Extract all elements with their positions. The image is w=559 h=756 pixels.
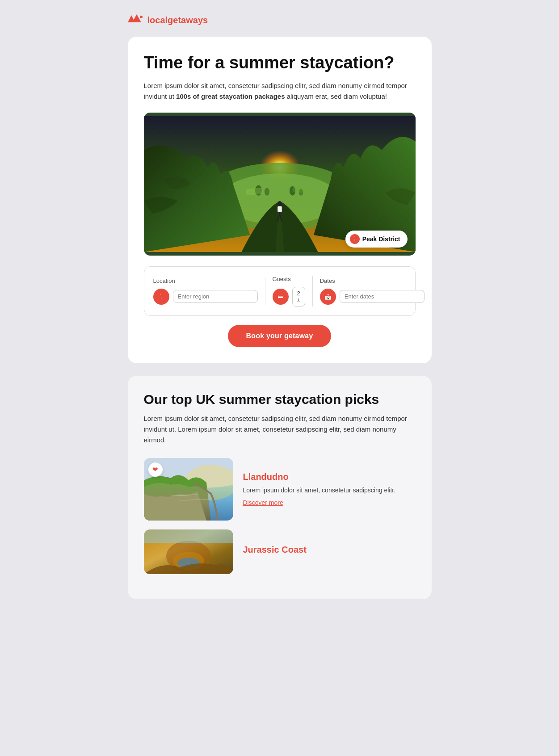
- llandudno-image: ❤: [144, 458, 233, 521]
- dates-input-row: 📅: [320, 289, 425, 305]
- svg-point-2: [140, 16, 143, 18]
- dates-label: Dates: [320, 277, 425, 284]
- destination-card-llandudno: ❤ Llandudno Lorem ipsum dolor sit amet, …: [144, 458, 416, 521]
- jurassic-name: Jurassic Coast: [243, 545, 416, 555]
- location-field: Location 📍: [153, 277, 265, 305]
- brand-name: localgetaways: [147, 15, 208, 25]
- guests-field: Guests 🛏 2 ±: [265, 276, 313, 307]
- location-input-row: 📍: [153, 289, 258, 305]
- guests-input-row: 🛏 2 ±: [273, 287, 305, 307]
- svg-rect-28: [144, 529, 233, 543]
- svg-rect-13: [277, 206, 282, 212]
- jurassic-info: Jurassic Coast: [243, 545, 416, 559]
- location-icon: 📍: [153, 289, 169, 305]
- picks-title: Our top UK summer staycation picks: [144, 392, 416, 407]
- svg-rect-19: [292, 187, 307, 193]
- location-input[interactable]: [173, 290, 258, 303]
- location-pin-icon: 📍: [350, 234, 360, 244]
- svg-point-15: [264, 188, 269, 195]
- hero-desc-bold: 100s of great staycation packages: [176, 92, 285, 100]
- dates-field: Dates 📅: [313, 277, 432, 305]
- hero-section: Time for a summer staycation? Lorem ipsu…: [128, 37, 432, 363]
- hero-desc-after: aliquyam erat, sed diam voluptua!: [285, 92, 387, 100]
- logo-icon: [128, 13, 144, 27]
- svg-point-7: [277, 201, 282, 207]
- search-form: Location 📍 Guests 🛏 2 ± Dates: [144, 266, 416, 316]
- logo-area: localgetaways: [128, 13, 432, 27]
- guests-label: Guests: [273, 276, 305, 282]
- picks-section: Our top UK summer staycation picks Lorem…: [128, 376, 432, 599]
- hero-description: Lorem ipsum dolor sit amet, consetetur s…: [144, 80, 416, 102]
- svg-marker-1: [132, 14, 141, 22]
- location-badge: 📍 Peak District: [345, 231, 408, 248]
- location-badge-text: Peak District: [362, 235, 400, 243]
- guests-icon: 🛏: [273, 289, 289, 305]
- destination-card-jurassic: Jurassic Coast: [144, 529, 416, 574]
- picks-description: Lorem ipsum dolor sit amet, consetetur s…: [144, 413, 416, 445]
- book-button[interactable]: Book your getaway: [228, 325, 331, 347]
- guests-value: 2 ±: [297, 290, 300, 303]
- hero-image: 📍 Peak District: [144, 113, 416, 256]
- llandudno-heart-icon[interactable]: ❤: [148, 462, 163, 477]
- llandudno-description: Lorem ipsum dolor sit amet, consetetur s…: [243, 486, 416, 495]
- jurassic-image: [144, 529, 233, 574]
- dates-icon: 📅: [320, 289, 336, 305]
- llandudno-discover-link[interactable]: Discover more: [243, 499, 283, 506]
- location-label: Location: [153, 277, 258, 284]
- dates-input[interactable]: [340, 290, 425, 303]
- llandudno-info: Llandudno Lorem ipsum dolor sit amet, co…: [243, 472, 416, 507]
- hero-title: Time for a summer staycation?: [144, 53, 416, 73]
- guests-stepper[interactable]: 2 ±: [292, 287, 305, 307]
- llandudno-name: Llandudno: [243, 472, 416, 482]
